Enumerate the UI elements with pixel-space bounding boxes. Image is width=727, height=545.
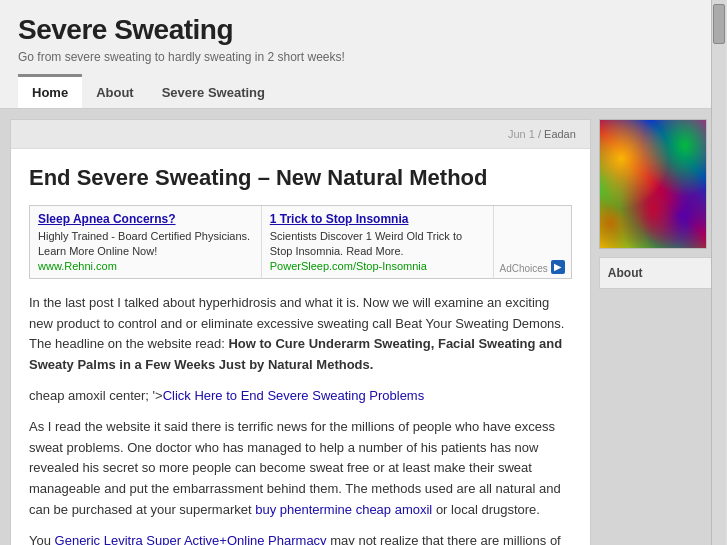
ad-choices-icon: ▶ <box>551 260 565 274</box>
ad-1-text: Highly Trained - Board Certified Physici… <box>38 229 253 260</box>
sidebar-about-title: About <box>608 266 708 280</box>
ad-2-text: Scientists Discover 1 Weird Old Trick to… <box>270 229 485 260</box>
post-title: End Severe Sweating – New Natural Method <box>29 165 572 191</box>
bold-headline: How to Cure Underarm Sweating, Facial Sw… <box>29 336 562 372</box>
ad-box: Sleep Apnea Concerns? Highly Trained - B… <box>29 205 572 279</box>
post-text: In the last post I talked about hyperhid… <box>29 293 572 545</box>
main-wrapper: Jun 1 / Eadan End Severe Sweating – New … <box>0 109 727 545</box>
sidebar-image-inner <box>600 120 706 248</box>
link-amoxil[interactable]: cheap amoxil <box>356 502 433 517</box>
sidebar: About <box>599 119 717 545</box>
site-header: Severe Sweating Go from severe sweating … <box>0 0 727 109</box>
nav-home[interactable]: Home <box>18 74 82 108</box>
scrollbar[interactable] <box>711 0 727 545</box>
paragraph-3: As I read the website it said there is t… <box>29 417 572 521</box>
ad-2-title[interactable]: 1 Trick to Stop Insomnia <box>270 212 485 226</box>
sidebar-image <box>599 119 707 249</box>
cta-link[interactable]: Click Here to End Severe Sweating Proble… <box>163 388 425 403</box>
sidebar-about: About <box>599 257 717 289</box>
link-phentermine[interactable]: buy phentermine <box>255 502 352 517</box>
post-author[interactable]: Eadan <box>544 128 576 140</box>
post-body: End Severe Sweating – New Natural Method… <box>11 149 590 545</box>
ad-1-url: www.Rehni.com <box>38 260 253 272</box>
post-meta: Jun 1 / Eadan <box>11 120 590 149</box>
ad-2-url: PowerSleep.com/Stop-Insomnia <box>270 260 485 272</box>
ad-1-title[interactable]: Sleep Apnea Concerns? <box>38 212 253 226</box>
ad-choices[interactable]: AdChoices ▶ <box>494 256 571 278</box>
post-date: Jun 1 <box>508 128 535 140</box>
nav-about[interactable]: About <box>82 74 148 108</box>
paragraph-1: In the last post I talked about hyperhid… <box>29 293 572 376</box>
site-tagline: Go from severe sweating to hardly sweati… <box>18 50 709 64</box>
scrollbar-track[interactable] <box>712 0 726 545</box>
link-levitra[interactable]: Generic Levitra Super Active+Online Phar… <box>55 533 327 545</box>
site-title: Severe Sweating <box>18 14 709 46</box>
content-area: Jun 1 / Eadan End Severe Sweating – New … <box>10 119 591 545</box>
paragraph-2: cheap amoxil center; '>Click Here to End… <box>29 386 572 407</box>
scrollbar-thumb[interactable] <box>713 4 725 44</box>
paragraph-4: You Generic Levitra Super Active+Online … <box>29 531 572 545</box>
ad-col-1: Sleep Apnea Concerns? Highly Trained - B… <box>30 206 262 278</box>
ad-col-2: 1 Trick to Stop Insomnia Scientists Disc… <box>262 206 494 278</box>
navigation: Home About Severe Sweating <box>18 74 709 108</box>
nav-severe-sweating[interactable]: Severe Sweating <box>148 74 279 108</box>
